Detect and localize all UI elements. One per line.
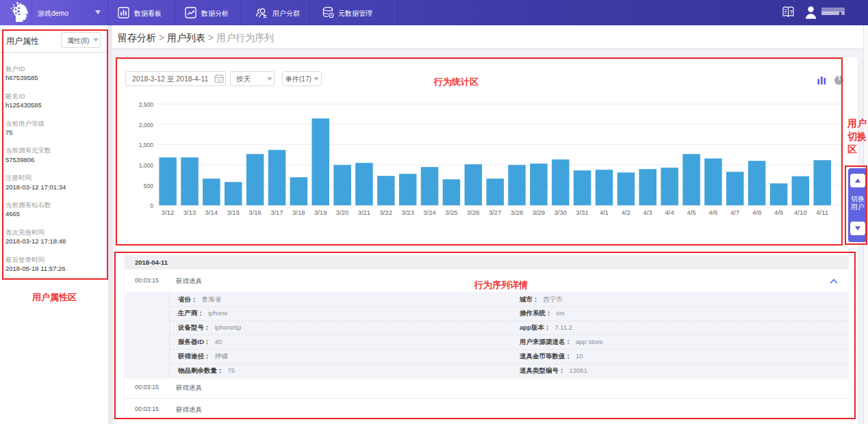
svg-text:?: ? (789, 9, 793, 15)
